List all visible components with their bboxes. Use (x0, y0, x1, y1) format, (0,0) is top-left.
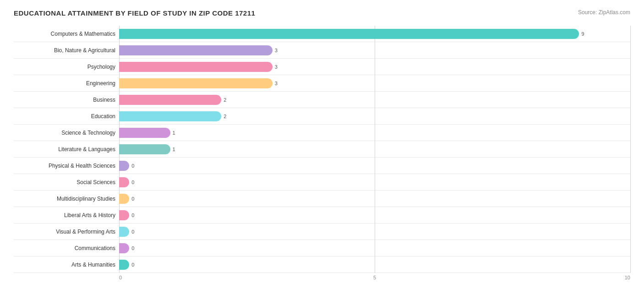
bar-row: Education2 (14, 108, 630, 125)
bar-label: Bio, Nature & Agricultural (14, 47, 119, 54)
bar-row: Business2 (14, 92, 630, 108)
bar-value: 1 (173, 130, 175, 136)
bar (119, 111, 221, 121)
bar-container: 0 (119, 256, 630, 273)
bar-label: Liberal Arts & History (14, 212, 119, 218)
bar-label: Literature & Languages (14, 146, 119, 153)
bar-label: Multidisciplinary Studies (14, 196, 119, 202)
bar-label: Physical & Health Sciences (14, 163, 119, 169)
bar-value: 0 (131, 163, 134, 169)
bar-container: 2 (119, 108, 630, 124)
bar-label: Arts & Humanities (14, 262, 119, 268)
bar (119, 95, 221, 105)
bar-row: Bio, Nature & Agricultural3 (14, 42, 630, 59)
bar-value: 0 (131, 196, 134, 202)
chart-area: Computers & Mathematics9Bio, Nature & Ag… (14, 26, 630, 280)
bar-value: 1 (173, 147, 175, 152)
bar-label: Visual & Performing Arts (14, 229, 119, 235)
x-axis: 0 5 10 (14, 275, 630, 280)
bar (119, 161, 129, 171)
bar-container: 1 (119, 125, 630, 141)
bar (119, 210, 129, 220)
bar-value: 9 (581, 31, 584, 37)
bar-container: 3 (119, 75, 630, 91)
bar-row: Literature & Languages1 (14, 141, 630, 158)
bar (119, 62, 273, 72)
bar-container: 0 (119, 158, 630, 174)
bar-value: 3 (275, 64, 278, 70)
bar (119, 194, 129, 204)
bar-row: Science & Technology1 (14, 125, 630, 141)
bar-label: Communications (14, 245, 119, 251)
bar-row: Communications0 (14, 240, 630, 256)
bar-container: 0 (119, 174, 630, 190)
chart-title: EDUCATIONAL ATTAINMENT BY FIELD OF STUDY… (14, 9, 255, 17)
bar-row: Social Sciences0 (14, 174, 630, 191)
bar-container: 3 (119, 59, 630, 75)
bar-row: Visual & Performing Arts0 (14, 224, 630, 240)
bar-container: 0 (119, 224, 630, 240)
bar-value: 0 (131, 213, 134, 218)
bar (119, 144, 170, 154)
bar-container: 0 (119, 207, 630, 223)
bar-container: 2 (119, 92, 630, 108)
bar-label: Science & Technology (14, 130, 119, 136)
bar-row: Arts & Humanities0 (14, 256, 630, 273)
bar-value: 3 (275, 81, 278, 86)
bar-label: Psychology (14, 64, 119, 70)
x-tick-5: 5 (289, 275, 460, 280)
bar-value: 0 (131, 229, 134, 234)
chart-source: Source: ZipAtlas.com (578, 9, 630, 16)
bar-value: 3 (275, 48, 278, 53)
bar-container: 0 (119, 191, 630, 207)
bar (119, 260, 129, 270)
bar-label: Engineering (14, 80, 119, 87)
bar-container: 0 (119, 240, 630, 256)
bar (119, 29, 579, 39)
bar-label: Business (14, 97, 119, 103)
bar-row: Multidisciplinary Studies0 (14, 191, 630, 207)
bar-row: Psychology3 (14, 59, 630, 75)
bar-row: Physical & Health Sciences0 (14, 158, 630, 174)
x-tick-10: 10 (460, 275, 630, 280)
bar-row: Liberal Arts & History0 (14, 207, 630, 224)
bar (119, 227, 129, 237)
bar (119, 128, 170, 138)
bar-label: Computers & Mathematics (14, 31, 119, 37)
bar (119, 177, 129, 187)
bar (119, 45, 273, 55)
bar-container: 3 (119, 42, 630, 58)
x-tick-0: 0 (119, 275, 289, 280)
bar-value: 0 (131, 262, 134, 267)
bar (119, 78, 273, 88)
bar-value: 2 (224, 97, 226, 103)
bar-value: 2 (224, 114, 226, 119)
bar-value: 0 (131, 245, 134, 251)
bar-row: Computers & Mathematics9 (14, 26, 630, 42)
bar-label: Education (14, 113, 119, 120)
bar-container: 1 (119, 141, 630, 157)
bar (119, 243, 129, 253)
bar-label: Social Sciences (14, 179, 119, 185)
bar-container: 9 (119, 26, 630, 42)
bar-row: Engineering3 (14, 75, 630, 92)
bar-value: 0 (131, 180, 134, 185)
